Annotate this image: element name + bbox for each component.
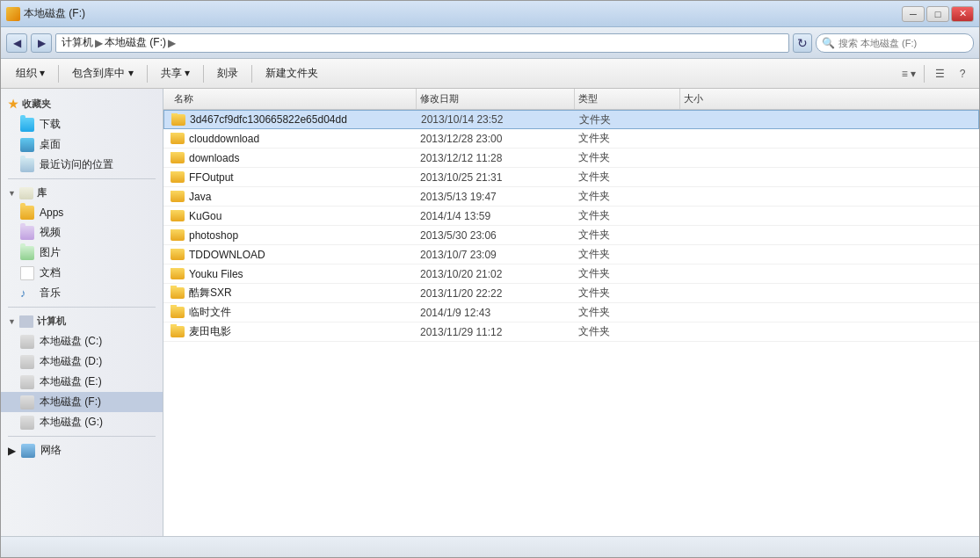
file-list-header: 名称 修改日期 类型 大小 bbox=[163, 89, 979, 110]
share-button[interactable]: 共享 ▾ bbox=[153, 62, 198, 85]
sidebar-item-apps[interactable]: Apps bbox=[1, 203, 163, 222]
windows-explorer-window: 本地磁盘 (F:) ─ □ ✕ ◀ ▶ 计算机 ▶ 本地磁盘 (F:) ▶ bbox=[0, 0, 980, 558]
col-type-header[interactable]: 类型 bbox=[575, 89, 680, 109]
file-name: 酷舞SXR bbox=[189, 286, 232, 301]
title-bar: 本地磁盘 (F:) ─ □ ✕ bbox=[1, 1, 979, 27]
table-row[interactable]: 3d467cf9dfc130665822e65d04dd2013/10/14 2… bbox=[163, 110, 979, 129]
toolbar-separator-2 bbox=[147, 65, 148, 83]
window-title: 本地磁盘 (F:) bbox=[24, 6, 85, 21]
toggle-pane-button[interactable]: ☰ bbox=[930, 64, 949, 83]
table-row[interactable]: photoshop2013/5/30 23:06文件夹 bbox=[163, 226, 979, 245]
file-type-cell: 文件夹 bbox=[575, 170, 680, 185]
sidebar-item-docs[interactable]: 文档 bbox=[1, 263, 163, 283]
sidebar-apps-label: Apps bbox=[40, 207, 63, 219]
file-name-cell: 临时文件 bbox=[171, 305, 417, 320]
burn-button[interactable]: 刻录 bbox=[209, 62, 246, 85]
table-row[interactable]: downloads2013/12/12 11:28文件夹 bbox=[163, 149, 979, 168]
sidebar-drive-g-label: 本地磁盘 (G:) bbox=[40, 415, 103, 430]
search-box[interactable]: 🔍 bbox=[816, 33, 974, 53]
file-name: Java bbox=[189, 191, 211, 203]
file-name-cell: 麦田电影 bbox=[171, 324, 417, 339]
sidebar-item-music[interactable]: 音乐 bbox=[1, 283, 163, 303]
sidebar-drive-f-label: 本地磁盘 (F:) bbox=[40, 395, 101, 409]
table-row[interactable]: Java2013/5/13 19:47文件夹 bbox=[163, 187, 979, 207]
sidebar-item-desktop[interactable]: 桌面 bbox=[1, 134, 163, 155]
view-button[interactable]: ≡ ▾ bbox=[899, 64, 918, 83]
sidebar-item-downloads[interactable]: 下载 bbox=[1, 114, 163, 134]
folder-icon bbox=[171, 268, 185, 279]
file-name-cell: TDDOWNLOAD bbox=[171, 249, 417, 261]
close-button[interactable]: ✕ bbox=[951, 6, 974, 22]
file-type-cell: 文件夹 bbox=[575, 247, 680, 262]
sidebar-docs-label: 文档 bbox=[40, 265, 61, 280]
file-name: 3d467cf9dfc130665822e65d04dd bbox=[190, 113, 347, 126]
col-size-header[interactable]: 大小 bbox=[680, 89, 768, 109]
table-row[interactable]: 酷舞SXR2013/11/20 22:22文件夹 bbox=[163, 284, 979, 303]
table-row[interactable]: 临时文件2014/1/9 12:43文件夹 bbox=[163, 303, 979, 322]
file-name-cell: 酷舞SXR bbox=[171, 286, 417, 301]
breadcrumb-drive-f[interactable]: 本地磁盘 (F:) bbox=[105, 35, 166, 50]
table-row[interactable]: KuGou2014/1/4 13:59文件夹 bbox=[163, 207, 979, 226]
forward-button[interactable]: ▶ bbox=[31, 33, 52, 53]
sidebar-item-images[interactable]: 图片 bbox=[1, 243, 163, 263]
file-date-cell: 2013/5/30 23:06 bbox=[417, 229, 575, 242]
folder-icon bbox=[171, 152, 185, 163]
file-type-cell: 文件夹 bbox=[575, 305, 680, 320]
library-label: 库 bbox=[37, 186, 47, 199]
address-path[interactable]: 计算机 ▶ 本地磁盘 (F:) ▶ bbox=[55, 33, 789, 53]
sidebar-videos-label: 视频 bbox=[40, 225, 61, 240]
computer-section-header[interactable]: ▼ 计算机 bbox=[1, 311, 163, 331]
file-type-cell: 文件夹 bbox=[575, 324, 680, 339]
search-icon: 🔍 bbox=[822, 37, 835, 49]
table-row[interactable]: clouddownload2013/12/28 23:00文件夹 bbox=[163, 129, 979, 149]
sidebar-item-drive-g[interactable]: 本地磁盘 (G:) bbox=[1, 412, 163, 432]
sidebar-item-videos[interactable]: 视频 bbox=[1, 222, 163, 243]
sidebar-item-drive-e[interactable]: 本地磁盘 (E:) bbox=[1, 372, 163, 392]
sidebar-item-drive-d[interactable]: 本地磁盘 (D:) bbox=[1, 351, 163, 372]
file-name: downloads bbox=[189, 152, 239, 164]
table-row[interactable]: TDDOWNLOAD2013/10/7 23:09文件夹 bbox=[163, 245, 979, 265]
help-button[interactable]: ? bbox=[953, 64, 972, 83]
downloads-icon bbox=[20, 118, 34, 132]
toolbar: 组织 ▾ 包含到库中 ▾ 共享 ▾ 刻录 新建文件夹 ≡ ▾ ☰ ? bbox=[1, 59, 979, 89]
breadcrumb-computer[interactable]: 计算机 bbox=[62, 35, 93, 50]
file-type-cell: 文件夹 bbox=[576, 112, 681, 127]
col-date-header[interactable]: 修改日期 bbox=[417, 89, 575, 109]
library-button[interactable]: 包含到库中 ▾ bbox=[64, 62, 141, 85]
table-row[interactable]: Youku Files2013/10/20 21:02文件夹 bbox=[163, 265, 979, 284]
refresh-button[interactable]: ↻ bbox=[793, 33, 812, 53]
drive-f-icon bbox=[20, 395, 34, 409]
search-input[interactable] bbox=[838, 38, 968, 48]
library-section-header[interactable]: ▼ 库 bbox=[1, 183, 163, 203]
docs-icon bbox=[20, 266, 34, 280]
file-name: 临时文件 bbox=[189, 305, 231, 320]
sidebar-images-label: 图片 bbox=[40, 245, 61, 260]
file-date-cell: 2014/1/4 13:59 bbox=[417, 210, 575, 222]
image-icon bbox=[20, 246, 34, 260]
sidebar-divider-1 bbox=[8, 178, 156, 179]
sidebar-item-drive-f[interactable]: 本地磁盘 (F:) bbox=[1, 392, 163, 412]
window-icon bbox=[6, 7, 20, 21]
table-row[interactable]: FFOutput2013/10/25 21:31文件夹 bbox=[163, 168, 979, 187]
sidebar-recent-label: 最近访问的位置 bbox=[40, 157, 113, 172]
toolbar-separator-3 bbox=[203, 65, 204, 83]
table-row[interactable]: 麦田电影2013/11/29 11:12文件夹 bbox=[163, 322, 979, 342]
col-name-header[interactable]: 名称 bbox=[171, 89, 417, 109]
favorites-section-header[interactable]: ★ 收藏夹 bbox=[1, 94, 163, 114]
library-icon bbox=[19, 187, 33, 199]
maximize-button[interactable]: □ bbox=[926, 6, 949, 22]
file-date-cell: 2013/10/25 21:31 bbox=[417, 171, 575, 184]
drive-d-icon bbox=[20, 355, 34, 369]
sidebar-item-network[interactable]: ▶ 网络 bbox=[1, 440, 163, 460]
sidebar-item-drive-c[interactable]: 本地磁盘 (C:) bbox=[1, 331, 163, 351]
address-bar: ◀ ▶ 计算机 ▶ 本地磁盘 (F:) ▶ ↻ 🔍 bbox=[1, 27, 979, 59]
organize-button[interactable]: 组织 ▾ bbox=[8, 62, 53, 85]
file-type-cell: 文件夹 bbox=[575, 131, 680, 146]
file-name: KuGou bbox=[189, 210, 221, 222]
main-content: ★ 收藏夹 下载 桌面 最近访问的位置 ▼ 库 bbox=[1, 89, 979, 536]
back-button[interactable]: ◀ bbox=[6, 33, 27, 53]
file-name-cell: KuGou bbox=[171, 210, 417, 222]
new-folder-button[interactable]: 新建文件夹 bbox=[258, 62, 326, 85]
minimize-button[interactable]: ─ bbox=[902, 6, 925, 22]
sidebar-item-recent[interactable]: 最近访问的位置 bbox=[1, 155, 163, 175]
